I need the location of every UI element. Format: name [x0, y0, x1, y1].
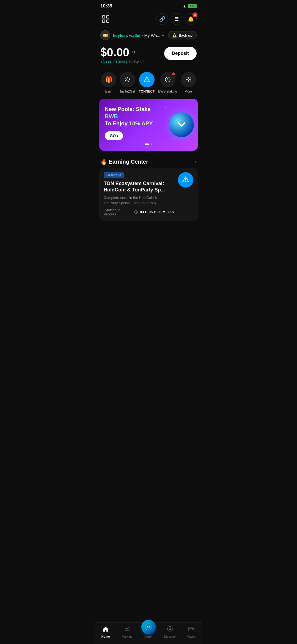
today-label: Today [128, 60, 139, 64]
notification-badge: 3 [193, 12, 197, 17]
staking-label: ·Staking in Progres [104, 208, 132, 216]
more-icon [185, 76, 192, 83]
banner-coin [169, 112, 194, 137]
timer-minutes: 20 [158, 210, 161, 214]
banner-highlight-bwb: BWB [105, 113, 118, 119]
earning-card-content: GetDrops TON Ecosystem Carnival:HoldCoin… [104, 172, 174, 216]
earning-card-title: TON Ecosystem Carnival:HoldCoin & TonPar… [104, 180, 174, 193]
warning-icon: ⚠️ [172, 33, 177, 37]
ton-logo-icon [182, 176, 190, 184]
banner-text: New Pools: Stake BWB To Enjoy 10% APY GO… [105, 105, 157, 140]
nav-right: 🔗 ☰ 🔔 3 [156, 13, 197, 25]
status-time: 10:39 [100, 3, 112, 9]
link-icon: 🔗 [159, 16, 165, 22]
banner-coin-inner [169, 112, 194, 137]
staking-row: ·Staking in Progres 03 D 05 H 20 M 30 S [104, 208, 174, 216]
timer-seconds: 30 [167, 210, 170, 214]
signal-icon [179, 4, 181, 8]
link-button[interactable]: 🔗 [156, 13, 168, 25]
bwb-staking-label: BWB staking [158, 90, 177, 93]
deposit-button[interactable]: Deposit [164, 47, 197, 60]
battery-indicator: 98+ [188, 4, 197, 8]
banner-highlight-apy: 10% APY [129, 120, 153, 126]
invite2get-label: Invite2Get [120, 90, 135, 93]
wallet-header: 💴 keyless wallet - My Wa... ▾ ⚠️ Back up [95, 28, 202, 41]
earning-center-header[interactable]: 🔥 Earning Center › [95, 154, 202, 168]
svg-point-5 [147, 81, 147, 81]
tonnect-icon [143, 76, 151, 83]
balance-section: $0.00 👁 +$0.00 (0.00%) Today ⓘ Deposit [95, 41, 202, 66]
wifi-icon: ▲ [183, 4, 186, 8]
banner[interactable]: + + New Pools: Stake BWB To Enjoy 10% AP… [99, 99, 198, 151]
earn-circle: 🎁 [101, 72, 116, 87]
svg-rect-9 [186, 80, 188, 82]
wallet-avatar: 💴 [100, 30, 110, 40]
notification-button[interactable]: 🔔 3 [185, 13, 197, 25]
balance-value: $0.00 [100, 46, 129, 59]
balance-change: +$0.00 (0.00%) Today ⓘ [100, 59, 144, 64]
eye-icon[interactable]: 👁 [132, 50, 137, 55]
top-nav: 🔗 ☰ 🔔 3 [95, 11, 202, 28]
status-bar: 10:39 ▲ 98+ [95, 0, 202, 11]
earn-icon: 🎁 [105, 76, 112, 83]
backup-label: Back up [178, 33, 193, 37]
svg-point-14 [185, 181, 186, 181]
banner-title: New Pools: Stake BWB To Enjoy 10% APY [105, 105, 157, 127]
banner-dot-1 [145, 144, 149, 145]
svg-rect-10 [189, 80, 191, 82]
tonnect-label: TONNECT [139, 90, 155, 93]
clock-icon [134, 210, 138, 214]
chevron-down-icon: ▾ [162, 33, 164, 37]
earn-action[interactable]: 🎁 Earn [101, 72, 116, 93]
earning-logo [178, 172, 193, 188]
balance-amount: $0.00 👁 [100, 46, 144, 59]
more-circle [181, 72, 196, 87]
balance-change-value: +$0.00 (0.00%) [100, 60, 127, 64]
get-drops-badge: GetDrops [104, 172, 124, 178]
bwb-staking-circle [160, 72, 175, 87]
apps-grid-icon [102, 15, 109, 23]
svg-rect-7 [186, 77, 188, 79]
banner-dots [105, 144, 192, 145]
status-icons: ▲ 98+ [179, 4, 197, 8]
staking-timer: 03 D 05 H 20 M 30 S [140, 210, 174, 214]
more-label: More [185, 90, 192, 93]
staking-icon [164, 76, 171, 83]
banner-go-button[interactable]: GO › [105, 131, 123, 140]
info-icon: ⓘ [140, 59, 144, 64]
bell-icon: 🔔 [188, 16, 194, 22]
apps-button[interactable] [100, 14, 111, 24]
timer-hours: 05 [149, 210, 153, 214]
invite2get-action[interactable]: Invite2Get [120, 72, 135, 93]
action-row: 🎁 Earn Invite2Get [95, 66, 202, 96]
bwb-staking-action[interactable]: BWB staking [158, 72, 177, 93]
balance-left: $0.00 👁 +$0.00 (0.00%) Today ⓘ [100, 46, 144, 64]
invite-icon [124, 76, 131, 83]
svg-point-0 [126, 77, 128, 79]
menu-button[interactable]: ☰ [171, 13, 182, 25]
coin-chevron-icon [175, 118, 188, 131]
earn-label: Earn [105, 90, 112, 93]
svg-rect-8 [189, 77, 191, 79]
avatar-icon: 💴 [103, 33, 108, 38]
tonnect-action[interactable]: TONNECT [139, 72, 155, 93]
earning-card-desc: Complete tasks in the HoldCoin &TonParty… [104, 195, 174, 206]
tonnect-circle [139, 72, 155, 87]
menu-icon: ☰ [174, 16, 179, 22]
invite2get-circle [120, 72, 135, 87]
wallet-name-suffix: - My Wa... [141, 33, 160, 38]
wallet-name-label: keyless wallet - My Wa... [113, 33, 160, 38]
wallet-type: keyless wallet [113, 33, 141, 38]
earning-center-arrow: › [195, 159, 197, 165]
backup-button[interactable]: ⚠️ Back up [168, 31, 197, 39]
earning-card[interactable]: GetDrops TON Ecosystem Carnival:HoldCoin… [99, 168, 198, 221]
wallet-name-row[interactable]: keyless wallet - My Wa... ▾ [113, 33, 165, 38]
bwb-dot-badge [172, 72, 175, 75]
earning-center-title: 🔥 Earning Center [100, 158, 148, 165]
more-action[interactable]: More [181, 72, 196, 93]
banner-plus-1: + [164, 104, 167, 112]
timer-days: 03 [140, 210, 144, 214]
banner-dot-2 [151, 144, 152, 145]
